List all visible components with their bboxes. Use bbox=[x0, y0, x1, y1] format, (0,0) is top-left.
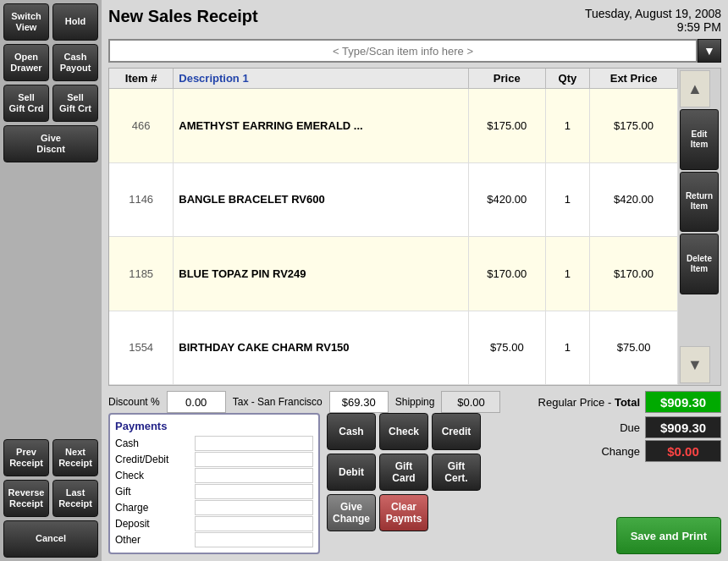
cell-price: $75.00 bbox=[468, 311, 545, 385]
return-item-button[interactable]: ReturnItem bbox=[680, 172, 719, 233]
side-action-buttons: ▲ EditItem ReturnItem DeleteItem ▼ bbox=[678, 69, 720, 385]
payments-right-area: Due $909.30 Change $0.00 Save and Print bbox=[488, 413, 721, 554]
save-print-button[interactable]: Save and Print bbox=[616, 517, 721, 554]
payment-label: Other bbox=[115, 534, 191, 546]
hold-button[interactable]: Hold bbox=[52, 3, 98, 41]
change-label: Change bbox=[555, 445, 640, 458]
cell-item-num: 1554 bbox=[109, 311, 174, 385]
table-row[interactable]: 1185 BLUE TOPAZ PIN RV249 $170.00 1 $170… bbox=[109, 237, 678, 311]
switch-view-button[interactable]: SwitchView bbox=[3, 3, 49, 41]
payment-row: Check bbox=[115, 468, 313, 483]
gift-card-button[interactable]: GiftCard bbox=[379, 454, 428, 491]
cell-qty: 1 bbox=[545, 162, 589, 237]
payment-row: Other bbox=[115, 532, 313, 547]
payment-value-input[interactable] bbox=[195, 468, 313, 483]
reverse-receipt-button[interactable]: ReverseReceipt bbox=[3, 480, 49, 517]
credit-button[interactable]: Credit bbox=[432, 413, 481, 450]
cancel-button[interactable]: Cancel bbox=[3, 520, 98, 558]
payments-panel: Payments Cash Credit/Debit Check Gift Ch… bbox=[108, 413, 320, 554]
payments-section: Payments Cash Credit/Debit Check Gift Ch… bbox=[108, 413, 721, 554]
payment-value-input[interactable] bbox=[195, 516, 313, 531]
prev-receipt-button[interactable]: PrevReceipt bbox=[3, 439, 49, 476]
give-change-button[interactable]: GiveChange bbox=[327, 494, 376, 531]
payment-row: Cash bbox=[115, 436, 313, 451]
cell-ext-price: $420.00 bbox=[590, 162, 678, 237]
payment-row: Charge bbox=[115, 500, 313, 515]
cell-desc: AMETHYST EARRING EMERALD ... bbox=[174, 89, 469, 163]
col-price: Price bbox=[468, 69, 545, 89]
col-item-num: Item # bbox=[109, 69, 174, 89]
give-discnt-button[interactable]: GiveDiscnt bbox=[3, 125, 98, 162]
discount-label: Discount % bbox=[108, 396, 160, 408]
scroll-up-button[interactable]: ▲ bbox=[680, 70, 710, 107]
scroll-down-button[interactable]: ▼ bbox=[680, 346, 710, 383]
payment-row: Credit/Debit bbox=[115, 452, 313, 467]
cell-qty: 1 bbox=[545, 311, 589, 385]
payment-value-input[interactable] bbox=[195, 436, 313, 451]
payment-buttons-area: Cash Check Credit Debit GiftCard GiftCer… bbox=[327, 413, 481, 554]
change-value: $0.00 bbox=[645, 440, 721, 462]
col-ext-price: Ext Price bbox=[590, 69, 678, 89]
gift-cert-button[interactable]: GiftCert. bbox=[432, 454, 481, 491]
payment-value-input[interactable] bbox=[195, 532, 313, 547]
payments-title: Payments bbox=[115, 420, 313, 432]
payment-value-input[interactable] bbox=[195, 484, 313, 499]
totals-row: Discount % Tax - San Francisco Shipping … bbox=[108, 391, 721, 413]
sell-gift-crt-button[interactable]: SellGift Crt bbox=[52, 85, 98, 122]
col-qty: Qty bbox=[545, 69, 589, 89]
cell-desc: BLUE TOPAZ PIN RV249 bbox=[174, 237, 469, 311]
page-title: New Sales Receipt bbox=[108, 7, 258, 26]
delete-item-button[interactable]: DeleteItem bbox=[680, 234, 719, 294]
tax-input[interactable] bbox=[329, 391, 389, 413]
cell-item-num: 466 bbox=[109, 89, 174, 163]
payment-label: Cash bbox=[115, 437, 191, 449]
cash-button[interactable]: Cash bbox=[327, 413, 376, 450]
cell-qty: 1 bbox=[545, 237, 589, 311]
total-value: $909.30 bbox=[645, 391, 721, 413]
cell-ext-price: $170.00 bbox=[590, 237, 678, 311]
table-row[interactable]: 1146 BANGLE BRACELET RV600 $420.00 1 $42… bbox=[109, 162, 678, 237]
table-row[interactable]: 1554 BIRTHDAY CAKE CHARM RV150 $75.00 1 … bbox=[109, 311, 678, 385]
payment-label: Deposit bbox=[115, 518, 191, 530]
items-table-wrapper: Item # Description 1 Price Qty Ext Price… bbox=[108, 68, 721, 386]
next-receipt-button[interactable]: NextReceipt bbox=[52, 439, 98, 476]
check-button[interactable]: Check bbox=[379, 413, 428, 450]
search-dropdown-button[interactable]: ▼ bbox=[698, 39, 721, 63]
payment-label: Charge bbox=[115, 502, 191, 514]
cell-price: $170.00 bbox=[468, 237, 545, 311]
shipping-input[interactable] bbox=[441, 391, 500, 413]
payment-row: Deposit bbox=[115, 516, 313, 531]
totals-right: Regular Price - Total $909.30 bbox=[538, 391, 721, 413]
edit-item-button[interactable]: EditItem bbox=[680, 109, 719, 170]
discount-input[interactable] bbox=[167, 391, 226, 413]
open-drawer-button[interactable]: OpenDrawer bbox=[3, 44, 49, 81]
clear-payments-button[interactable]: ClearPaymts bbox=[379, 494, 428, 531]
payment-label: Check bbox=[115, 470, 191, 481]
search-input[interactable] bbox=[108, 39, 698, 63]
cell-desc: BANGLE BRACELET RV600 bbox=[174, 162, 469, 237]
sell-gift-crd-button[interactable]: SellGift Crd bbox=[3, 85, 49, 122]
table-row[interactable]: 466 AMETHYST EARRING EMERALD ... $175.00… bbox=[109, 89, 678, 163]
due-change-area: Due $909.30 Change $0.00 bbox=[488, 416, 721, 462]
cell-qty: 1 bbox=[545, 89, 589, 163]
due-label: Due bbox=[555, 421, 640, 434]
sidebar: SwitchView Hold OpenDrawer CashPayout Se… bbox=[0, 0, 102, 561]
payment-value-input[interactable] bbox=[195, 452, 313, 467]
debit-button[interactable]: Debit bbox=[327, 454, 376, 491]
header-date: Tuesday, August 19, 2008 9:59 PM bbox=[585, 7, 721, 34]
cell-price: $420.00 bbox=[468, 162, 545, 237]
cell-desc: BIRTHDAY CAKE CHARM RV150 bbox=[174, 311, 469, 385]
cash-payout-button[interactable]: CashPayout bbox=[52, 44, 98, 81]
cell-ext-price: $175.00 bbox=[590, 89, 678, 163]
cell-item-num: 1185 bbox=[109, 237, 174, 311]
cell-price: $175.00 bbox=[468, 89, 545, 163]
last-receipt-button[interactable]: LastReceipt bbox=[52, 480, 98, 517]
cell-ext-price: $75.00 bbox=[590, 311, 678, 385]
payment-label: Gift bbox=[115, 486, 191, 498]
payment-value-input[interactable] bbox=[195, 500, 313, 515]
regular-price-total-label: Regular Price - Total bbox=[538, 396, 640, 409]
col-description: Description 1 bbox=[174, 69, 469, 89]
shipping-label: Shipping bbox=[395, 396, 435, 408]
search-bar: ▼ bbox=[108, 39, 721, 63]
header: New Sales Receipt Tuesday, August 19, 20… bbox=[108, 7, 721, 34]
